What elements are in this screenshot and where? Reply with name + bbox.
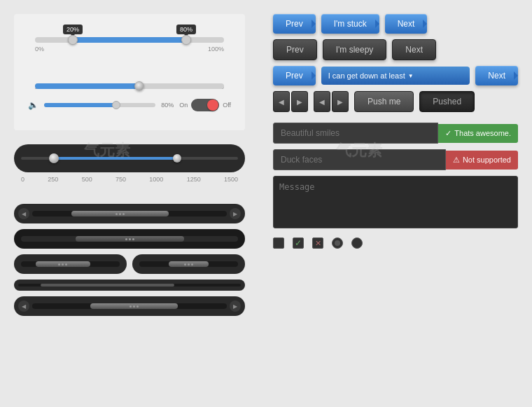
range-label-500: 500 xyxy=(82,176,92,183)
scroll-right-arrow-2[interactable]: ▶ xyxy=(230,301,241,312)
right-tooltip: 80% xyxy=(176,25,196,34)
sleepy-button[interactable]: I'm sleepy xyxy=(323,39,387,60)
next-button-3[interactable]: Next xyxy=(475,66,518,85)
scrollbar-full-3[interactable]: ◀ ▶ xyxy=(14,296,245,316)
dropdown-arrow-icon: ▼ xyxy=(408,73,414,79)
left-tooltip: 20% xyxy=(63,25,83,34)
dark-thumb-right[interactable] xyxy=(173,154,181,163)
duck-faces-input[interactable] xyxy=(273,149,446,170)
toggle-on-label: On xyxy=(179,102,188,109)
left-thumb[interactable] xyxy=(68,35,78,45)
nav-left-1[interactable]: ◀ xyxy=(273,91,290,112)
volume-slider[interactable] xyxy=(44,103,155,107)
range-label-1500: 1500 xyxy=(224,176,238,183)
toggle-off-label: Off xyxy=(223,102,231,109)
error-badge: ⚠ Not supported xyxy=(446,151,518,170)
input-row-1: ✓ Thats awesome. xyxy=(273,123,518,144)
beautiful-smiles-input[interactable] xyxy=(273,123,438,144)
scrollbar-full-1[interactable]: ◀ ▶ xyxy=(14,204,245,223)
scrollbar-full-2[interactable] xyxy=(14,229,245,249)
pushed-button[interactable]: Pushed xyxy=(419,91,475,112)
check-icon: ✓ xyxy=(445,129,451,138)
thin-scrollbar[interactable] xyxy=(14,280,245,291)
time-thumb[interactable] xyxy=(134,81,144,91)
prev-button-2[interactable]: Prev xyxy=(273,39,317,60)
input-row-2: ⚠ Not supported xyxy=(273,149,518,170)
dark-range-slider[interactable] xyxy=(14,144,245,172)
message-textarea[interactable] xyxy=(273,176,518,228)
nav-right-2[interactable]: ▶ xyxy=(332,91,349,112)
nav-left-2[interactable]: ◀ xyxy=(314,91,330,112)
checkbox-empty[interactable] xyxy=(273,237,284,249)
scroll-left-arrow[interactable]: ◀ xyxy=(18,208,29,219)
volume-label: 80% xyxy=(161,102,174,109)
range-label-250: 250 xyxy=(48,176,58,183)
scrollbar-half-left[interactable] xyxy=(14,254,127,274)
checkbox-checked[interactable]: ✓ xyxy=(293,237,304,249)
nav-arrows-2: ◀ ▶ xyxy=(314,91,349,112)
radio-filled[interactable] xyxy=(332,237,343,249)
stuck-button[interactable]: I'm stuck xyxy=(321,14,379,34)
success-badge: ✓ Thats awesome. xyxy=(438,124,518,143)
warning-icon: ⚠ xyxy=(453,156,460,165)
checkbox-x[interactable]: ✕ xyxy=(312,237,323,249)
radio-empty[interactable] xyxy=(351,237,363,249)
range-label-1250: 1250 xyxy=(187,176,201,183)
dark-thumb-left[interactable] xyxy=(49,153,59,163)
nav-right-1[interactable]: ▶ xyxy=(291,91,308,112)
scroll-left-arrow-2[interactable]: ◀ xyxy=(18,301,29,312)
range-label-750: 750 xyxy=(115,176,126,183)
scrollbar-half-right[interactable] xyxy=(132,254,245,274)
push-me-button[interactable]: Push me xyxy=(354,91,414,112)
next-button-1[interactable]: Next xyxy=(385,14,428,34)
prev-button-3[interactable]: Prev xyxy=(273,66,316,85)
prev-button-1[interactable]: Prev xyxy=(273,14,316,34)
slider-max-label: 100% xyxy=(208,46,224,53)
range-label-1000: 1000 xyxy=(149,176,163,183)
nav-arrows-1: ◀ ▶ xyxy=(273,91,308,112)
next-button-2[interactable]: Next xyxy=(392,39,436,60)
scroll-right-arrow[interactable]: ▶ xyxy=(230,208,241,219)
toggle-switch[interactable] xyxy=(191,99,219,111)
range-label-0: 0 xyxy=(21,176,24,183)
volume-icon: 🔈 xyxy=(28,100,38,110)
right-thumb[interactable] xyxy=(181,35,191,45)
dropdown-button[interactable]: I can get down at least ▼ xyxy=(321,67,470,85)
slider-min-label: 0% xyxy=(35,46,44,53)
